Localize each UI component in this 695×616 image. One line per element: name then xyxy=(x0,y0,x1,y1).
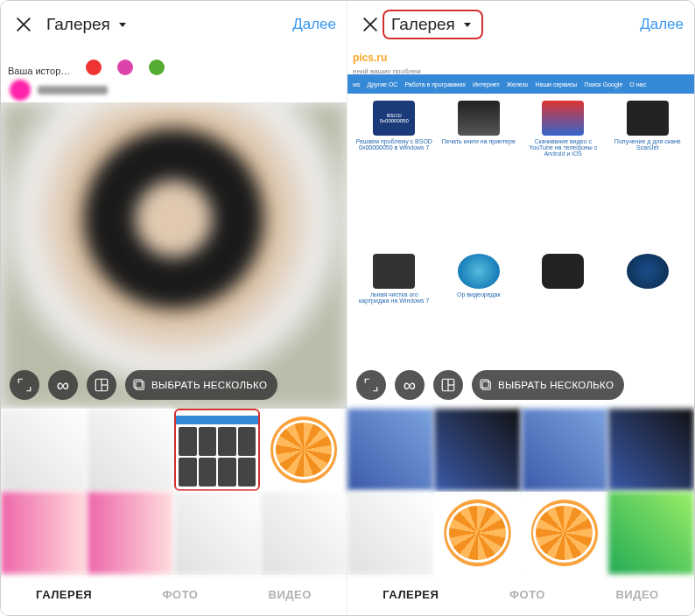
right-panel: Галерея Далее pics.ru ений ваших проблем… xyxy=(348,1,694,615)
thumbnail-grid xyxy=(1,409,347,573)
thumbnail[interactable] xyxy=(88,492,173,574)
chevron-down-icon xyxy=(119,23,126,27)
expand-icon[interactable] xyxy=(10,370,39,400)
preview-controls: ∞ ВЫБРАТЬ НЕСКОЛЬКО xyxy=(348,370,694,400)
left-panel: Галерея Далее Ваша истор… ∞ xyxy=(1,1,348,615)
thumbnail[interactable] xyxy=(348,492,433,574)
select-multiple-button[interactable]: ВЫБРАТЬ НЕСКОЛЬКО xyxy=(472,370,624,400)
preview-controls: ∞ ВЫБРАТЬ НЕСКОЛЬКО xyxy=(1,370,347,400)
thumbnail[interactable] xyxy=(608,409,694,491)
site-brand: pics.ru xyxy=(353,52,387,64)
thumbnail[interactable] xyxy=(174,492,260,574)
select-multiple-label: ВЫБРАТЬ НЕСКОЛЬКО xyxy=(151,380,267,390)
svg-rect-12 xyxy=(482,382,490,389)
image-preview[interactable]: pics.ru ений ваших проблем ws Другие ОС … xyxy=(348,48,694,409)
boomerang-icon[interactable]: ∞ xyxy=(48,370,78,400)
tab-video[interactable]: ВИДЕО xyxy=(615,588,658,601)
expand-icon[interactable] xyxy=(356,370,386,400)
story-row: Ваша истор… xyxy=(1,48,347,78)
thumbnail-grid xyxy=(348,409,694,573)
topbar: Галерея Далее xyxy=(1,1,347,48)
post-header xyxy=(1,78,347,102)
thumbnail[interactable] xyxy=(1,492,87,574)
thumbnail[interactable] xyxy=(261,492,347,574)
thumbnail[interactable] xyxy=(434,409,520,491)
tab-gallery[interactable]: ГАЛЕРЕЯ xyxy=(36,588,92,601)
svg-rect-13 xyxy=(481,380,488,388)
layout-icon[interactable] xyxy=(87,370,116,400)
thumbnail[interactable] xyxy=(522,492,607,574)
thumbnail[interactable] xyxy=(261,409,347,491)
chevron-down-icon xyxy=(464,23,471,27)
close-icon[interactable] xyxy=(358,12,383,37)
svg-rect-6 xyxy=(134,380,142,388)
thumbnail[interactable] xyxy=(522,409,607,491)
tab-gallery[interactable]: ГАЛЕРЕЯ xyxy=(383,588,439,601)
thumbnail[interactable] xyxy=(608,492,694,574)
tab-video[interactable]: ВИДЕО xyxy=(269,588,312,601)
thumbnail[interactable] xyxy=(434,492,520,574)
gallery-title: Галерея xyxy=(46,15,110,34)
gallery-title: Галерея xyxy=(391,15,455,34)
thumbnail-selected[interactable] xyxy=(174,409,260,491)
bottom-tabs: ГАЛЕРЕЯ ФОТО ВИДЕО xyxy=(1,573,347,615)
image-preview[interactable]: ∞ ВЫБРАТЬ НЕСКОЛЬКО xyxy=(1,102,347,409)
topbar: Галерея Далее xyxy=(348,1,694,48)
thumbnail[interactable] xyxy=(1,409,87,491)
thumbnail[interactable] xyxy=(88,409,173,491)
tab-photo[interactable]: ФОТО xyxy=(509,588,545,601)
site-nav: ws Другие ОС Работа в программах Интерне… xyxy=(348,74,694,94)
your-story-label: Ваша истор… xyxy=(8,66,70,76)
bottom-tabs: ГАЛЕРЕЯ ФОТО ВИДЕО xyxy=(348,573,694,615)
select-multiple-label: ВЫБРАТЬ НЕСКОЛЬКО xyxy=(498,380,614,390)
svg-rect-5 xyxy=(136,382,144,389)
next-button[interactable]: Далее xyxy=(292,16,336,33)
tab-photo[interactable]: ФОТО xyxy=(162,588,198,601)
select-multiple-button[interactable]: ВЫБРАТЬ НЕСКОЛЬКО xyxy=(125,370,277,400)
layout-icon[interactable] xyxy=(433,370,463,400)
boomerang-icon[interactable]: ∞ xyxy=(395,370,425,400)
gallery-source-highlight: Галерея xyxy=(383,10,483,39)
thumbnail[interactable] xyxy=(348,409,433,491)
next-button[interactable]: Далее xyxy=(640,16,684,33)
gallery-source-dropdown[interactable]: Галерея xyxy=(391,15,471,34)
gallery-source-dropdown[interactable]: Галерея xyxy=(46,15,126,34)
close-icon[interactable] xyxy=(11,12,36,37)
